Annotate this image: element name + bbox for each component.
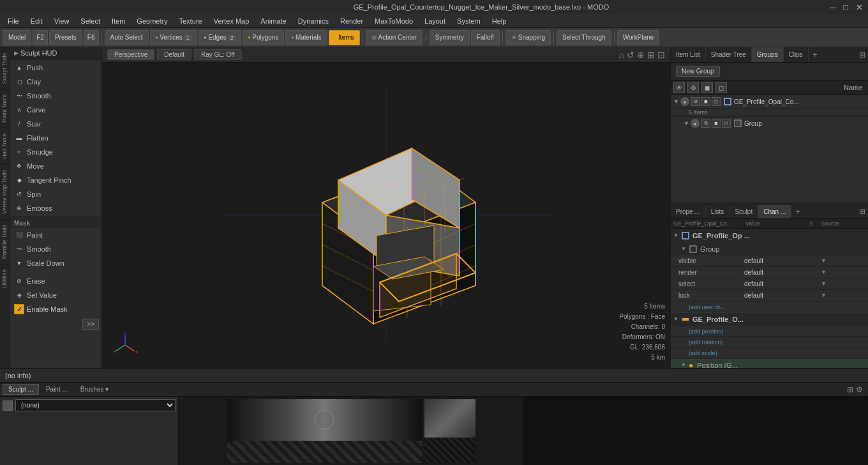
paint-tools-vtab[interactable]: Paint Tools [0,89,10,128]
maximize-button[interactable]: □ [843,3,848,12]
hair-tools-vtab[interactable]: Hair Tools [0,128,10,164]
menu-item-dynamics[interactable]: Dynamics [293,16,334,26]
groups-eye-button[interactable]: 👁 [673,82,685,93]
menu-item-file[interactable]: File [3,16,24,26]
ge-profile-o-section[interactable]: ▼ GE_Profile_O... [671,312,868,326]
channels-tab[interactable]: Chan ... [758,205,791,218]
viewport-zoom-button[interactable]: ⊕ [637,50,645,60]
viewport-fit-button[interactable]: ⊞ [647,50,655,60]
smooth-tool-1[interactable]: 〜 Smooth [10,89,101,103]
viewport-home-button[interactable]: ⌂ [619,50,624,60]
emboss-tool[interactable]: ⊕ Emboss [10,201,101,215]
sculpt-tab[interactable]: Sculpt [730,205,758,218]
move-tool[interactable]: ✥ Move [10,159,101,173]
menu-item-geometry[interactable]: Geometry [131,16,172,26]
particle-tools-vtab[interactable]: Particle Tools [0,219,10,264]
edges-button[interactable]: ▪Edges 2 [198,30,241,45]
item-list-tab[interactable]: Item List [671,47,706,62]
tangent-pinch-tool[interactable]: ◆ Tangent Pinch [10,173,101,187]
titlebar-controls[interactable]: ─ □ ✕ [830,3,863,12]
menu-item-view[interactable]: View [49,16,75,26]
eye-icon-root[interactable]: ● [680,97,689,106]
polygons-button[interactable]: ▪Polygons [243,30,285,45]
menu-item-system[interactable]: System [452,16,486,26]
paint-bottom-tab[interactable]: Paint ... [40,384,73,395]
action-center-button[interactable]: ⊕Action Center [366,30,423,45]
materials-button[interactable]: ▪Materials [285,30,327,45]
groups-lock-button[interactable]: ◻ [715,82,727,93]
add-user-ch-link-1[interactable]: (add user ch... [681,304,726,310]
items-button[interactable]: ▪Items [329,30,360,45]
smooth-tool-2[interactable]: 〜 Smooth [10,242,101,256]
presets-button[interactable]: Presets [49,30,82,45]
viewport-maximize-button[interactable]: ⊡ [657,50,665,60]
select-through-button[interactable]: Select Through [557,30,611,45]
menu-item-maxtomodo[interactable]: MaxToModo [370,16,418,26]
menu-item-animate[interactable]: Animate [255,16,291,26]
render-dropdown[interactable]: ▼ [821,269,865,275]
sculpt-dropdown[interactable]: (none) [15,399,176,411]
groups-tab[interactable]: Groups [752,47,784,62]
add-scale-row[interactable]: (add scale) [671,347,868,358]
right-panel-expand[interactable]: ⊞ [857,50,868,59]
scar-tool[interactable]: / Scar [10,117,101,131]
menu-item-vertex map[interactable]: Vertex Map [209,16,255,26]
properties-tab[interactable]: Prope ... [671,205,706,218]
enable-mask-checkbox[interactable]: ✓ [14,304,24,314]
smudge-tool[interactable]: ≈ Smudge [10,145,101,159]
menu-item-edit[interactable]: Edit [26,16,48,26]
viewport-orbit-button[interactable]: ↺ [627,50,634,60]
add-position-row[interactable]: (add position) [671,326,868,337]
lists-tab[interactable]: Lists [706,205,730,218]
bottom-expand-button[interactable]: ⊞ [847,385,853,394]
menu-item-item[interactable]: Item [107,16,130,26]
f2-button[interactable]: F2 [33,30,48,45]
sculpt-bottom-tab[interactable]: Sculpt ... [3,384,39,395]
falloff-button[interactable]: Falloff [471,30,500,45]
ge-profile-op-section[interactable]: ▼ GE_Profile_Op ... [671,229,868,242]
groups-settings-button[interactable]: ⚙ [687,82,699,93]
vertex-map-tools-vtab[interactable]: Vertex Map Tools [0,164,10,219]
menu-item-select[interactable]: Select [75,16,105,26]
bottom-settings-button[interactable]: ⚙ [856,385,863,394]
add-position-link[interactable]: (add position) [681,328,724,335]
erase-tool[interactable]: ⊘ Erase [10,274,101,288]
paint-tool[interactable]: ⬛ Paint [10,228,101,242]
expand-tools-button[interactable]: >> [82,319,99,330]
props-panel-expand[interactable]: ⊞ [857,207,868,216]
vertices-button[interactable]: ▪Vertices 1 [150,30,197,45]
raygl-tab[interactable]: Ray GL: Off [194,49,242,60]
clay-tool[interactable]: ◻ Clay [10,75,101,89]
close-button[interactable]: ✕ [856,3,863,12]
position-g-subsection[interactable]: ▼ ● Position (G... [671,358,868,369]
auto-select-button[interactable]: Auto Select [105,30,149,45]
workplane-button[interactable]: WorkPlane [617,30,660,45]
eye-icon-group[interactable]: ● [691,119,700,128]
add-user-ch-1[interactable]: (add user ch... [671,301,868,312]
default-tab[interactable]: Default [157,49,191,60]
viewport-canvas[interactable]: 5 Items Polygons : Face Channels: 0 Defo… [102,63,670,368]
menu-item-layout[interactable]: Layout [419,16,451,26]
add-rotation-row[interactable]: (add rotation) [671,337,868,347]
flatten-tool[interactable]: ▬ Flatten [10,131,101,145]
visible-dropdown[interactable]: ▼ [821,257,865,264]
new-group-button[interactable]: New Group [676,66,720,77]
groups-render-button[interactable]: ◼ [701,82,713,93]
carve-tool[interactable]: ∧ Carve [10,103,101,117]
push-tool[interactable]: ▲ Push [10,61,101,75]
perspective-tab[interactable]: Perspective [107,49,154,60]
menu-item-texture[interactable]: Texture [174,16,207,26]
f6-button[interactable]: F6 [84,30,99,45]
spin-tool[interactable]: ↺ Spin [10,187,101,201]
clips-tab[interactable]: Clips [784,47,809,62]
menu-item-help[interactable]: Help [487,16,512,26]
select-dropdown[interactable]: ▼ [821,280,865,287]
add-scale-link[interactable]: (add scale) [681,350,717,356]
add-rotation-link[interactable]: (add rotation) [681,339,723,346]
snapping-button[interactable]: ✦Snapping [505,30,551,45]
shader-tree-tab[interactable]: Shader Tree [706,47,752,62]
model-mode-button[interactable]: Model [3,30,31,45]
scale-down-tool[interactable]: ▼ Scale Down [10,256,101,270]
menu-item-render[interactable]: Render [335,16,368,26]
brushes-bottom-tab[interactable]: Brushes ▾ [75,384,114,395]
